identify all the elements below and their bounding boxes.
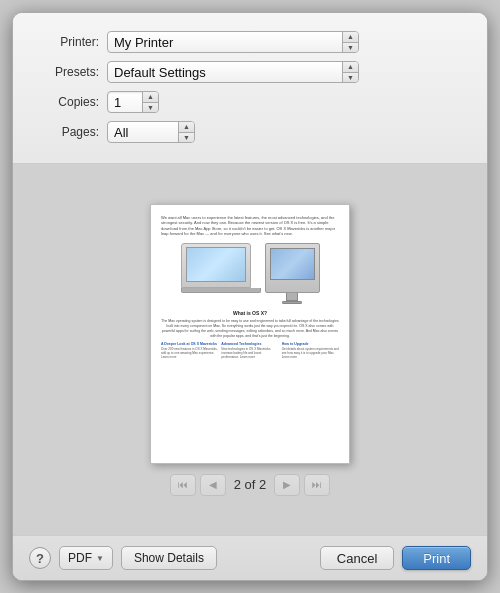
preview-area: We want all Mac users to experience the … — [13, 164, 487, 535]
copies-stepper-down[interactable] — [143, 103, 158, 113]
nav-controls: ⏮ ◀ 2 of 2 ▶ ⏭ — [170, 474, 330, 496]
pages-stepper — [178, 122, 194, 142]
presets-stepper-up[interactable] — [343, 62, 358, 73]
page-preview: We want all Mac users to experience the … — [150, 204, 350, 464]
preview-intro: We want all Mac users to experience the … — [161, 215, 339, 237]
preview-laptop-screen — [186, 247, 246, 282]
presets-label: Presets: — [37, 65, 99, 79]
preview-laptop-base — [181, 288, 261, 293]
presets-stepper-down[interactable] — [343, 73, 358, 83]
pages-label: Pages: — [37, 125, 99, 139]
cancel-button[interactable]: Cancel — [320, 546, 394, 570]
pdf-button[interactable]: PDF ▼ — [59, 546, 113, 570]
preview-image-area — [161, 243, 339, 304]
nav-last-button[interactable]: ⏭ — [304, 474, 330, 496]
preview-col1-text: Over 200 new features in OS X Mavericks,… — [161, 348, 218, 360]
preview-col3-text: Get details about system requirements an… — [282, 348, 339, 360]
nav-first-button[interactable]: ⏮ — [170, 474, 196, 496]
printer-select-wrapper: My Printer — [107, 31, 359, 53]
preview-laptop — [181, 243, 251, 288]
pdf-label: PDF — [68, 551, 92, 565]
preview-monitor-group — [265, 243, 320, 304]
preview-col-1: A Deeper Look at OS X Mavericks Over 200… — [161, 342, 218, 360]
nav-prev-button[interactable]: ◀ — [200, 474, 226, 496]
nav-next-button[interactable]: ▶ — [274, 474, 300, 496]
printer-stepper — [342, 32, 358, 52]
pages-select-wrapper: All — [107, 121, 195, 143]
presets-stepper — [342, 62, 358, 82]
copies-label: Copies: — [37, 95, 99, 109]
copies-row: Copies: — [37, 91, 463, 113]
presets-row: Presets: Default Settings — [37, 61, 463, 83]
preview-monitor-stand — [286, 293, 298, 301]
preview-col2-title: Advanced Technologies — [221, 342, 278, 346]
pages-row: Pages: All — [37, 121, 463, 143]
preview-col-3: How to Upgrade Get details about system … — [282, 342, 339, 360]
pages-stepper-down[interactable] — [179, 133, 194, 143]
preview-monitor-base — [282, 301, 302, 304]
preview-monitor-screen — [270, 248, 315, 280]
print-button[interactable]: Print — [402, 546, 471, 570]
preview-monitor — [265, 243, 320, 293]
preview-col3-title: How to Upgrade — [282, 342, 339, 346]
preview-col1-title: A Deeper Look at OS X Mavericks — [161, 342, 218, 346]
preview-heading: What is OS X? — [161, 310, 339, 316]
printer-stepper-up[interactable] — [343, 32, 358, 43]
copies-stepper — [142, 92, 158, 112]
copies-stepper-up[interactable] — [143, 92, 158, 103]
presets-select-wrapper: Default Settings — [107, 61, 359, 83]
printer-stepper-down[interactable] — [343, 43, 358, 53]
printer-row: Printer: My Printer — [37, 31, 463, 53]
print-dialog: Printer: My Printer Presets: Default Set… — [12, 12, 488, 581]
printer-label: Printer: — [37, 35, 99, 49]
help-button[interactable]: ? — [29, 547, 51, 569]
form-area: Printer: My Printer Presets: Default Set… — [13, 13, 487, 164]
presets-select[interactable]: Default Settings — [107, 61, 359, 83]
preview-body: The Mac operating system is designed to … — [161, 319, 339, 339]
preview-columns: A Deeper Look at OS X Mavericks Over 200… — [161, 342, 339, 360]
preview-col2-text: New technologies in OS X Mavericks incre… — [221, 348, 278, 360]
preview-content: We want all Mac users to experience the … — [151, 205, 349, 463]
copies-input-wrapper — [107, 91, 159, 113]
dialog-bottom: ? PDF ▼ Show Details Cancel Print — [13, 535, 487, 580]
preview-col-2: Advanced Technologies New technologies i… — [221, 342, 278, 360]
printer-select[interactable]: My Printer — [107, 31, 359, 53]
pages-stepper-up[interactable] — [179, 122, 194, 133]
pdf-chevron-icon: ▼ — [96, 554, 104, 563]
show-details-button[interactable]: Show Details — [121, 546, 217, 570]
preview-laptop-group — [181, 243, 261, 304]
page-indicator: 2 of 2 — [230, 477, 270, 492]
